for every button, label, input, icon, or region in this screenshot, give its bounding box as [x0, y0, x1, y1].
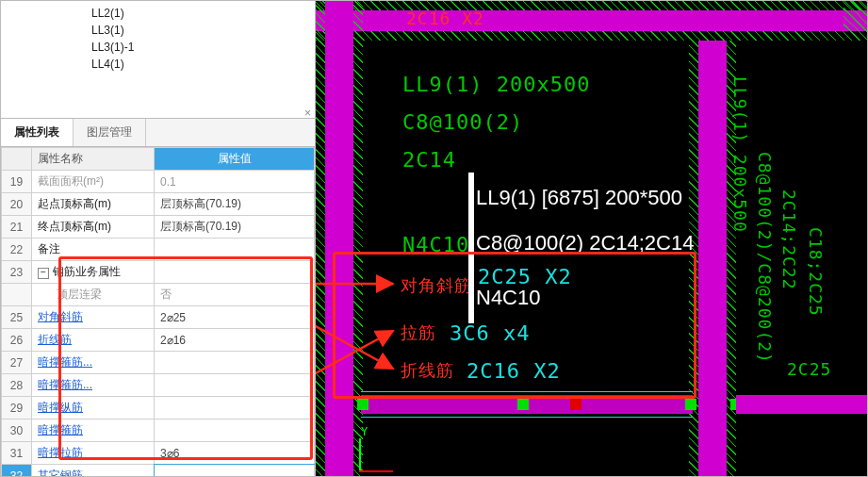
hatch	[316, 31, 867, 41]
property-name[interactable]: 暗撑拉筋	[32, 442, 155, 465]
hatch	[843, 1, 867, 41]
property-value[interactable]: 否	[155, 284, 315, 306]
component-tree: LL2(1) LL3(1) LL3(1)-1 LL4(1) ×	[1, 1, 315, 119]
property-value[interactable]	[155, 465, 315, 477]
collapse-icon[interactable]: −	[38, 268, 49, 279]
property-name[interactable]: 暗撑箍筋...	[32, 352, 155, 374]
property-row[interactable]: 23−钢筋业务属性	[2, 261, 315, 284]
property-value[interactable]	[155, 374, 315, 397]
property-value[interactable]	[155, 419, 315, 442]
tree-item[interactable]: LL4(1)	[1, 56, 315, 73]
cursor-crosshair	[468, 173, 474, 323]
grip-handle[interactable]	[685, 399, 696, 410]
axis-y-label: Y	[361, 425, 368, 438]
property-name[interactable]: 其它钢筋	[32, 465, 155, 477]
property-row[interactable]: 26折线筋2⌀16	[2, 329, 315, 352]
property-name: −钢筋业务属性	[32, 261, 155, 284]
property-row[interactable]: 19截面面积(m²)0.1	[2, 171, 315, 193]
cad-text-vertical: C18;2C25	[806, 227, 826, 317]
axis-y	[359, 438, 361, 472]
cad-label: 拉筋	[401, 321, 436, 344]
row-number: 31	[2, 442, 32, 465]
beam	[736, 395, 867, 414]
tooltip-line: N4C10	[476, 286, 540, 310]
property-value[interactable]: 层顶标高(70.19)	[155, 193, 315, 216]
property-row[interactable]: 31暗撑拉筋3⌀6	[2, 442, 315, 465]
property-name: 截面面积(m²)	[32, 171, 155, 193]
property-value[interactable]	[155, 238, 315, 261]
cad-label: 折线筋	[401, 359, 454, 382]
cad-text: 3C6 x4	[450, 321, 530, 345]
row-number: 19	[2, 171, 32, 193]
property-row[interactable]: 32其它钢筋	[2, 465, 315, 477]
property-name: 备注	[32, 238, 155, 261]
tooltip-line: C8@100(2) 2C14;2C14	[476, 231, 694, 255]
tooltip-line: LL9(1) [6875] 200*500	[476, 186, 682, 210]
cad-text-vertical: LL9(1) 200x500	[730, 76, 750, 233]
property-value[interactable]: 0.1	[155, 171, 315, 193]
column	[325, 1, 353, 476]
grip-handle-selected[interactable]	[570, 399, 581, 410]
property-name[interactable]: 对角斜筋	[32, 306, 155, 329]
hatch	[316, 1, 867, 10]
property-value[interactable]: 2⌀16	[155, 329, 315, 352]
cad-label: 对角斜筋	[401, 274, 472, 297]
property-row[interactable]: 28暗撑箍筋...	[2, 374, 315, 397]
cad-text: 2C14	[402, 148, 456, 172]
col-value: 属性值	[155, 148, 315, 171]
property-value[interactable]: 2⌀25	[155, 306, 315, 329]
column	[698, 41, 727, 476]
property-grid[interactable]: 属性名称 属性值 19截面面积(m²)0.120起点顶标高(m)层顶标高(70.…	[1, 147, 315, 476]
row-number: 27	[2, 352, 32, 374]
row-number	[2, 284, 32, 306]
tree-item[interactable]: LL2(1)	[1, 5, 315, 22]
property-value[interactable]: 3⌀6	[155, 442, 315, 465]
property-name: 顶层连梁	[32, 284, 155, 306]
property-name[interactable]: 暗撑箍筋...	[32, 374, 155, 397]
tab-layers[interactable]: 图层管理	[74, 119, 146, 146]
property-row[interactable]: 21终点顶标高(m)层顶标高(70.19)	[2, 216, 315, 238]
property-row[interactable]: 30暗撑箍筋	[2, 419, 315, 442]
left-panel: LL2(1) LL3(1) LL3(1)-1 LL4(1) × 属性列表 图层管…	[1, 1, 316, 476]
cad-text: C8@100(2)	[402, 110, 523, 134]
row-number: 30	[2, 419, 32, 442]
cad-text: LL9(1) 200x500	[402, 73, 590, 96]
property-row[interactable]: 顶层连梁否	[2, 284, 315, 306]
cad-canvas[interactable]: 2C16 X2 LL9(1) 200x500 C8@100(2) 2C14 N4…	[316, 1, 867, 476]
property-row[interactable]: 29暗撑纵筋	[2, 397, 315, 419]
property-row[interactable]: 22备注	[2, 238, 315, 261]
property-row[interactable]: 20起点顶标高(m)层顶标高(70.19)	[2, 193, 315, 216]
property-name: 终点顶标高(m)	[32, 216, 155, 238]
row-number: 23	[2, 261, 32, 284]
property-row[interactable]: 27暗撑箍筋...	[2, 352, 315, 374]
property-row[interactable]: 25对角斜筋2⌀25	[2, 306, 315, 329]
property-value[interactable]	[155, 261, 315, 284]
property-name[interactable]: 暗撑箍筋	[32, 419, 155, 442]
col-rownum	[2, 148, 32, 171]
beam	[316, 10, 867, 31]
property-name[interactable]: 折线筋	[32, 329, 155, 352]
property-value[interactable]	[155, 397, 315, 419]
axis-x	[359, 470, 393, 472]
cad-text: 2C25	[787, 359, 831, 379]
row-number: 26	[2, 329, 32, 352]
row-number: 22	[2, 238, 32, 261]
row-number: 20	[2, 193, 32, 216]
tree-item[interactable]: LL3(1)	[1, 22, 315, 39]
col-name: 属性名称	[32, 148, 155, 171]
row-number: 29	[2, 397, 32, 419]
close-icon[interactable]: ×	[304, 107, 311, 119]
grip-handle[interactable]	[357, 399, 368, 410]
row-number: 21	[2, 216, 32, 238]
row-number: 32	[2, 465, 32, 477]
tree-item[interactable]: LL3(1)-1	[1, 39, 315, 56]
property-value[interactable]: 层顶标高(70.19)	[155, 216, 315, 238]
grip-handle[interactable]	[517, 399, 529, 410]
cad-text-vertical: C8@100(2)/C8@200(2)	[755, 152, 775, 364]
row-number: 25	[2, 306, 32, 329]
tab-properties[interactable]: 属性列表	[1, 119, 74, 146]
property-name[interactable]: 暗撑纵筋	[32, 397, 155, 419]
property-value[interactable]	[155, 352, 315, 374]
cad-text: 2C16 X2	[406, 8, 484, 28]
property-name: 起点顶标高(m)	[32, 193, 155, 216]
